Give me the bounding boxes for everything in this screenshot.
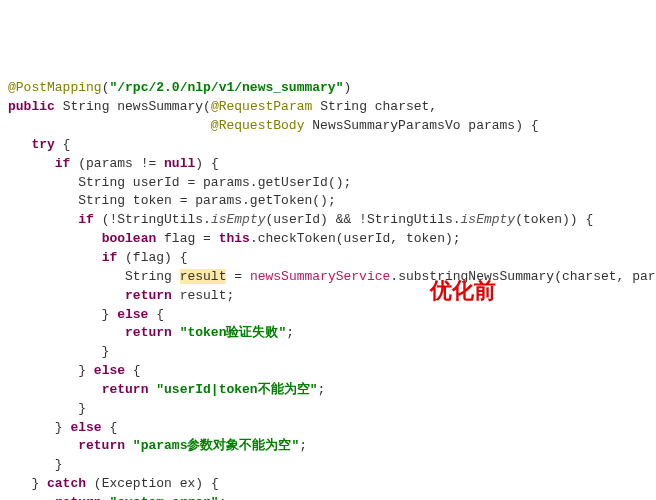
param1-name: charset (375, 99, 430, 114)
arg-userid: userId (273, 212, 320, 227)
ref-result: result (180, 288, 227, 303)
call-getuserid: params.getUserId() (203, 175, 343, 190)
kw-if-2: if (78, 212, 94, 227)
var-flag: flag (164, 231, 195, 246)
call-gettoken: params.getToken() (195, 193, 328, 208)
annotation-postmapping: @PostMapping (8, 80, 102, 95)
kw-if: if (55, 156, 71, 171)
call-isempty-2: isEmpty (461, 212, 516, 227)
kw-return-1: return (125, 288, 172, 303)
str-syserr: "system error" (109, 495, 218, 500)
str-useridempty: "userId|token不能为空" (156, 382, 317, 397)
type-string: String (63, 99, 110, 114)
type-exception: Exception (102, 476, 172, 491)
url-literal: "/rpc/2.0/nlp/v1/news_summary" (109, 80, 343, 95)
arg-charset: charset (562, 269, 617, 284)
arg-params: params (632, 269, 656, 284)
var-userid: userId (133, 175, 180, 190)
kw-return-2: return (125, 325, 172, 340)
ref-flag: flag (133, 250, 164, 265)
arg-userid-2: userId (344, 231, 391, 246)
annotation-note: 优化前 (430, 275, 496, 307)
kw-catch: catch (47, 476, 86, 491)
annotation-requestbody: @RequestBody (211, 118, 305, 133)
method-name: newsSummary (117, 99, 203, 114)
annotation-requestparam: @RequestParam (211, 99, 312, 114)
var-result-hl: result (180, 269, 227, 284)
call-checktoken: checkToken (258, 231, 336, 246)
arg-token-2: token (406, 231, 445, 246)
type-string-2: String (78, 175, 125, 190)
kw-else-1: else (117, 307, 148, 322)
note-text: 优化前 (430, 278, 496, 303)
kw-return-4: return (78, 438, 125, 453)
arg-token: token (523, 212, 562, 227)
kw-return-3: return (102, 382, 149, 397)
type-string-4: String (125, 269, 172, 284)
kw-else-2: else (94, 363, 125, 378)
kw-boolean: boolean (102, 231, 157, 246)
kw-else-3: else (70, 420, 101, 435)
call-isempty-1: isEmpty (211, 212, 266, 227)
type-string-3: String (78, 193, 125, 208)
kw-try: try (31, 137, 54, 152)
param2-type: NewsSummaryParamsVo (312, 118, 460, 133)
str-tokenfail: "token验证失败" (180, 325, 287, 340)
ref-params: params (86, 156, 133, 171)
kw-this: this (219, 231, 250, 246)
kw-if-3: if (102, 250, 118, 265)
field-service: newsSummaryService (250, 269, 390, 284)
var-ex: ex (180, 476, 196, 491)
kw-public: public (8, 99, 55, 114)
kw-return-5: return (55, 495, 102, 500)
str-paramsempty: "params参数对象不能为空" (133, 438, 299, 453)
kw-null: null (164, 156, 195, 171)
ref-stringutils: StringUtils (117, 212, 203, 227)
var-token: token (133, 193, 172, 208)
param1-type: String (320, 99, 367, 114)
param2-name: params (468, 118, 515, 133)
code-block: @PostMapping("/rpc/2.0/nlp/v1/news_summa… (8, 79, 648, 500)
ref-stringutils-2: StringUtils (367, 212, 453, 227)
